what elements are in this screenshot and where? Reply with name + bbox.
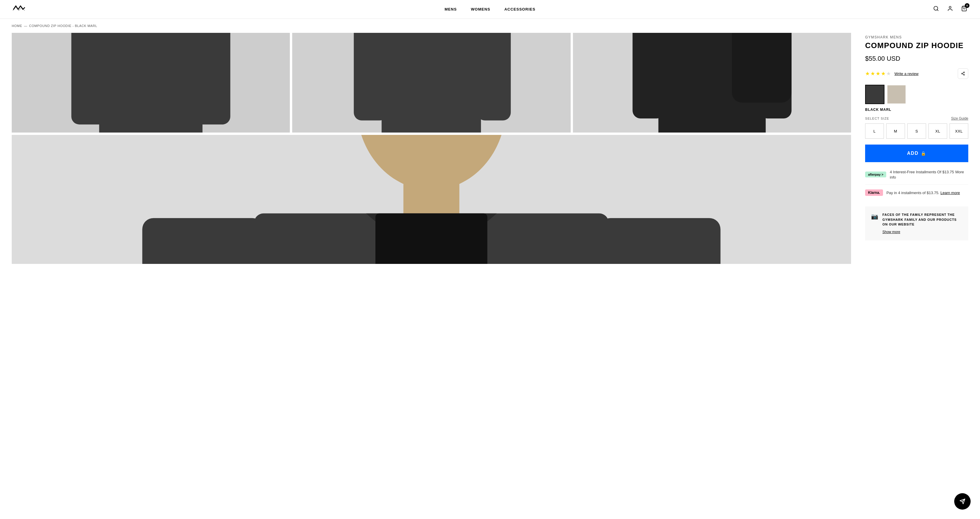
svg-rect-17 xyxy=(477,33,511,120)
lock-icon: 🔒 xyxy=(921,151,926,156)
nav-links: MENS WOMENS ACCESSORIES xyxy=(445,7,535,11)
product-details: GYMSHARK MENS COMPOUND ZIP HOODIE $55.00… xyxy=(851,33,968,264)
promo-text-block: FACES OF THE FAMILY REPRESENT THE GYMSHA… xyxy=(882,212,963,235)
size-buttons: L M S XL XXL xyxy=(865,123,968,139)
color-swatch-black[interactable] xyxy=(865,85,885,104)
show-more-link[interactable]: Show more xyxy=(882,229,963,235)
search-button[interactable] xyxy=(932,5,940,14)
svg-rect-8 xyxy=(195,33,230,125)
svg-line-1 xyxy=(937,10,939,11)
product-brand: GYMSHARK MENS xyxy=(865,35,968,39)
afterpay-installment-text: 4 Interest-Free Installments Of $13.75 xyxy=(890,170,954,174)
gallery-image-4 xyxy=(12,135,851,264)
svg-rect-7 xyxy=(71,33,107,125)
rating-row: ★ ★ ★ ★ ★ Write a review xyxy=(865,68,968,79)
cart-count: 0 xyxy=(965,3,969,8)
page-main: GYMSHARK MENS COMPOUND ZIP HOODIE $55.00… xyxy=(0,33,980,276)
svg-line-48 xyxy=(963,74,964,75)
afterpay-option: afterpay > 4 Interest-Free Installments … xyxy=(865,169,968,185)
svg-rect-6 xyxy=(99,33,202,133)
product-name: COMPOUND ZIP HOODIE xyxy=(865,41,968,50)
color-name: BLACK MARL xyxy=(865,108,968,112)
add-label: ADD xyxy=(907,151,918,156)
gallery-image-1 xyxy=(12,33,290,133)
breadcrumb-home[interactable]: HOME xyxy=(12,24,22,27)
logo[interactable] xyxy=(12,5,26,14)
svg-rect-29 xyxy=(732,33,791,103)
svg-rect-15 xyxy=(382,33,481,133)
product-price: $55.00 USD xyxy=(865,55,968,62)
klarna-text: Pay in 4 installments of $13.75. Learn m… xyxy=(886,191,960,195)
nav-accessories[interactable]: ACCESSORIES xyxy=(504,7,535,11)
product-gallery xyxy=(12,33,851,264)
size-btn-s[interactable]: S xyxy=(907,123,926,139)
add-to-cart-button[interactable]: ADD 🔒 xyxy=(865,145,968,162)
svg-rect-42 xyxy=(375,214,487,264)
star-1: ★ xyxy=(865,70,870,77)
klarna-badge: Klarna. xyxy=(865,189,883,196)
nav-mens[interactable]: MENS xyxy=(445,7,457,11)
size-btn-xl[interactable]: XL xyxy=(928,123,947,139)
afterpay-badge: afterpay > xyxy=(865,171,886,177)
breadcrumb: HOME — COMPOUND ZIP HOODIE - BLACK MARL xyxy=(0,19,980,33)
write-review-link[interactable]: Write a review xyxy=(894,72,918,76)
size-header: SELECT SIZE Size Guide xyxy=(865,117,968,120)
star-rating: ★ ★ ★ ★ ★ xyxy=(865,70,891,77)
svg-rect-43 xyxy=(142,218,264,264)
size-btn-xxl[interactable]: XXL xyxy=(950,123,968,139)
gallery-image-3 xyxy=(573,33,851,133)
account-button[interactable] xyxy=(946,5,954,14)
star-3: ★ xyxy=(876,70,880,77)
cart-button[interactable]: 0 xyxy=(960,5,968,14)
klarna-option: Klarna. Pay in 4 installments of $13.75.… xyxy=(865,189,968,201)
svg-rect-16 xyxy=(354,33,388,120)
size-label: SELECT SIZE xyxy=(865,117,889,120)
svg-rect-27 xyxy=(632,33,664,118)
star-4: ★ xyxy=(881,70,886,77)
size-btn-m[interactable]: M xyxy=(886,123,905,139)
color-swatch-light[interactable] xyxy=(887,85,906,104)
breadcrumb-separator: — xyxy=(24,24,27,27)
color-swatches xyxy=(865,85,968,104)
camera-icon: 📷 xyxy=(871,213,878,220)
promo-headline: FACES OF THE FAMILY REPRESENT THE GYMSHA… xyxy=(882,212,963,227)
breadcrumb-current: COMPOUND ZIP HOODIE - BLACK MARL xyxy=(29,24,97,27)
afterpay-text-block: 4 Interest-Free Installments Of $13.75 M… xyxy=(890,169,968,180)
size-btn-l[interactable]: L xyxy=(865,123,884,139)
gallery-image-2 xyxy=(292,33,570,133)
svg-point-2 xyxy=(949,6,951,8)
family-promo: 📷 FACES OF THE FAMILY REPRESENT THE GYMS… xyxy=(865,206,968,240)
share-button[interactable] xyxy=(958,68,968,79)
svg-rect-39 xyxy=(404,180,460,218)
navigation: MENS WOMENS ACCESSORIES 0 xyxy=(0,0,980,19)
star-2: ★ xyxy=(870,70,875,77)
svg-line-49 xyxy=(963,73,964,73)
nav-icons: 0 xyxy=(932,5,968,14)
svg-rect-44 xyxy=(599,218,721,264)
klarna-learn-more[interactable]: Learn more xyxy=(940,191,960,195)
star-5: ★ xyxy=(886,70,891,77)
size-guide-link[interactable]: Size Guide xyxy=(951,117,968,120)
nav-womens[interactable]: WOMENS xyxy=(471,7,490,11)
